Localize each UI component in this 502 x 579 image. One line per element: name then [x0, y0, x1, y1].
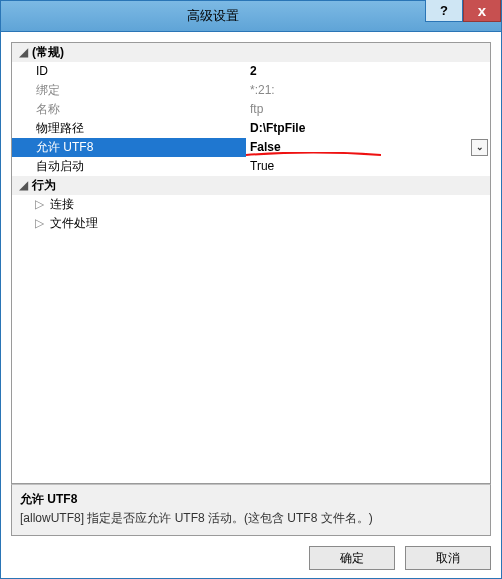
close-button[interactable]: x — [463, 0, 501, 22]
prop-binding[interactable]: 绑定 *:21: — [12, 81, 490, 100]
prop-autostart[interactable]: 自动启动 True — [12, 157, 490, 176]
category-label: 行为 — [30, 176, 490, 195]
prop-name[interactable]: 名称 ftp — [12, 100, 490, 119]
client-area: ◢ (常规) ID 2 绑定 *:21: 名称 ftp 物理路径 D — [1, 32, 501, 578]
prop-label: ID — [16, 62, 246, 81]
property-grid[interactable]: ◢ (常规) ID 2 绑定 *:21: 名称 ftp 物理路径 D — [11, 42, 491, 484]
prop-label: 文件处理 — [46, 214, 490, 233]
prop-label: 连接 — [46, 195, 490, 214]
button-bar: 确定 取消 — [11, 536, 491, 570]
expand-icon[interactable]: ◢ — [16, 43, 30, 62]
chevron-down-icon: ⌄ — [476, 138, 484, 157]
prop-value: True — [246, 157, 490, 176]
prop-id[interactable]: ID 2 — [12, 62, 490, 81]
description-text: [allowUTF8] 指定是否应允许 UTF8 活动。(这包含 UTF8 文件… — [20, 510, 482, 527]
prop-label: 名称 — [16, 100, 246, 119]
titlebar: 高级设置 ? x — [1, 1, 501, 32]
titlebar-buttons: ? x — [425, 1, 501, 31]
prop-label: 物理路径 — [16, 119, 246, 138]
prop-label: 允许 UTF8 — [16, 138, 246, 157]
prop-allow-utf8[interactable]: 允许 UTF8 False ⌄ — [12, 138, 490, 157]
window-title: 高级设置 — [1, 7, 425, 25]
prop-value: D:\FtpFile — [246, 119, 490, 138]
description-title: 允许 UTF8 — [20, 491, 482, 508]
cancel-button[interactable]: 取消 — [405, 546, 491, 570]
category-general[interactable]: ◢ (常规) — [12, 43, 490, 62]
category-label: (常规) — [30, 43, 490, 62]
prop-label: 绑定 — [16, 81, 246, 100]
ok-button[interactable]: 确定 — [309, 546, 395, 570]
prop-physical-path[interactable]: 物理路径 D:\FtpFile — [12, 119, 490, 138]
prop-value: *:21: — [246, 81, 490, 100]
prop-connections[interactable]: ▷ 连接 — [12, 195, 490, 214]
expand-icon[interactable]: ▷ — [32, 195, 46, 214]
prop-value: ftp — [246, 100, 490, 119]
prop-value[interactable]: False ⌄ — [246, 138, 490, 157]
description-pane: 允许 UTF8 [allowUTF8] 指定是否应允许 UTF8 活动。(这包含… — [11, 484, 491, 536]
prop-file-handling[interactable]: ▷ 文件处理 — [12, 214, 490, 233]
category-behavior[interactable]: ◢ 行为 — [12, 176, 490, 195]
help-button[interactable]: ? — [425, 0, 463, 22]
prop-value: 2 — [246, 62, 490, 81]
dropdown-button[interactable]: ⌄ — [471, 139, 488, 156]
expand-icon[interactable]: ◢ — [16, 176, 30, 195]
expand-icon[interactable]: ▷ — [32, 214, 46, 233]
prop-label: 自动启动 — [16, 157, 246, 176]
advanced-settings-dialog: 高级设置 ? x ◢ (常规) ID 2 绑定 *:21: — [0, 0, 502, 579]
